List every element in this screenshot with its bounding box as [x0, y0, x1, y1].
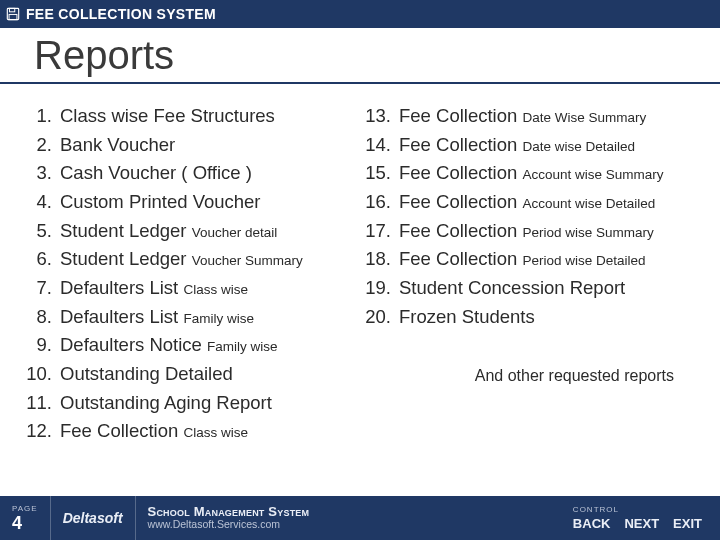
item-label: Fee Collection Class wise: [60, 417, 248, 446]
footer-brand: Deltasoft: [51, 496, 135, 540]
item-number: 17.: [361, 217, 391, 246]
svg-rect-2: [9, 14, 17, 19]
control-label: CONTROL: [573, 506, 702, 514]
list-item: 18.Fee Collection Period wise Detailed: [361, 245, 700, 274]
page-title: Reports: [34, 34, 686, 78]
item-number: 15.: [361, 159, 391, 188]
system-title: School Management System: [148, 505, 310, 519]
save-disk-icon: [6, 7, 20, 21]
other-reports-note: And other requested reports: [475, 367, 674, 385]
item-number: 3.: [22, 159, 52, 188]
item-label: Cash Voucher ( Office ): [60, 159, 252, 188]
item-number: 5.: [22, 217, 52, 246]
exit-button[interactable]: EXIT: [673, 516, 702, 531]
brand-name: Deltasoft: [63, 510, 123, 526]
top-bar: FEE COLLECTION SYSTEM: [0, 0, 720, 28]
list-item: 13.Fee Collection Date Wise Summary: [361, 102, 700, 131]
item-label: Student Concession Report: [399, 274, 625, 303]
page-label: PAGE: [12, 505, 38, 513]
item-number: 13.: [361, 102, 391, 131]
list-item: 20.Frozen Students: [361, 303, 700, 332]
report-list-right: 13.Fee Collection Date Wise Summary14.Fe…: [361, 102, 700, 331]
list-item: 19.Student Concession Report: [361, 274, 700, 303]
item-number: 20.: [361, 303, 391, 332]
list-item: 10.Outstanding Detailed: [22, 360, 361, 389]
right-column: 13.Fee Collection Date Wise Summary14.Fe…: [361, 102, 700, 496]
item-label: Fee Collection Account wise Summary: [399, 159, 663, 188]
title-area: Reports: [0, 28, 720, 84]
item-label: Fee Collection Period wise Detailed: [399, 245, 645, 274]
list-item: 4.Custom Printed Voucher: [22, 188, 361, 217]
list-item: 17.Fee Collection Period wise Summary: [361, 217, 700, 246]
list-item: 12.Fee Collection Class wise: [22, 417, 361, 446]
item-number: 8.: [22, 303, 52, 332]
page-number: 4: [12, 514, 38, 532]
list-item: 14.Fee Collection Date wise Detailed: [361, 131, 700, 160]
item-number: 14.: [361, 131, 391, 160]
list-item: 2.Bank Voucher: [22, 131, 361, 160]
footer-system: School Management System www.Deltasoft.S…: [136, 496, 322, 540]
list-item: 8.Defaulters List Family wise: [22, 303, 361, 332]
item-label: Defaulters List Class wise: [60, 274, 248, 303]
list-item: 9.Defaulters Notice Family wise: [22, 331, 361, 360]
item-label: Fee Collection Date wise Detailed: [399, 131, 635, 160]
item-number: 7.: [22, 274, 52, 303]
item-label: Student Ledger Voucher detail: [60, 217, 277, 246]
list-item: 15.Fee Collection Account wise Summary: [361, 159, 700, 188]
list-item: 16.Fee Collection Account wise Detailed: [361, 188, 700, 217]
item-number: 4.: [22, 188, 52, 217]
item-label: Class wise Fee Structures: [60, 102, 275, 131]
footer-page: PAGE 4: [0, 496, 50, 540]
list-item: 6.Student Ledger Voucher Summary: [22, 245, 361, 274]
item-number: 2.: [22, 131, 52, 160]
item-label: Fee Collection Date Wise Summary: [399, 102, 646, 131]
list-item: 11.Outstanding Aging Report: [22, 389, 361, 418]
app-title: FEE COLLECTION SYSTEM: [26, 6, 216, 22]
item-label: Outstanding Aging Report: [60, 389, 272, 418]
list-item: 3.Cash Voucher ( Office ): [22, 159, 361, 188]
item-number: 11.: [22, 389, 52, 418]
item-number: 18.: [361, 245, 391, 274]
footer-bar: PAGE 4 Deltasoft School Management Syste…: [0, 496, 720, 540]
footer-controls: CONTROL BACK NEXT EXIT: [561, 496, 720, 540]
item-label: Defaulters Notice Family wise: [60, 331, 278, 360]
list-item: 1.Class wise Fee Structures: [22, 102, 361, 131]
report-list-left: 1.Class wise Fee Structures2.Bank Vouche…: [22, 102, 361, 446]
list-item: 5.Student Ledger Voucher detail: [22, 217, 361, 246]
back-button[interactable]: BACK: [573, 516, 611, 531]
item-label: Fee Collection Account wise Detailed: [399, 188, 655, 217]
item-label: Frozen Students: [399, 303, 535, 332]
item-number: 1.: [22, 102, 52, 131]
item-label: Student Ledger Voucher Summary: [60, 245, 303, 274]
item-number: 12.: [22, 417, 52, 446]
list-item: 7.Defaulters List Class wise: [22, 274, 361, 303]
item-number: 10.: [22, 360, 52, 389]
item-label: Bank Voucher: [60, 131, 175, 160]
item-label: Outstanding Detailed: [60, 360, 233, 389]
left-column: 1.Class wise Fee Structures2.Bank Vouche…: [22, 102, 361, 496]
item-number: 6.: [22, 245, 52, 274]
item-number: 16.: [361, 188, 391, 217]
system-url: www.Deltasoft.Services.com: [148, 519, 310, 531]
next-button[interactable]: NEXT: [624, 516, 659, 531]
nav-buttons: BACK NEXT EXIT: [573, 516, 702, 531]
item-number: 9.: [22, 331, 52, 360]
item-number: 19.: [361, 274, 391, 303]
item-label: Fee Collection Period wise Summary: [399, 217, 654, 246]
content-body: 1.Class wise Fee Structures2.Bank Vouche…: [0, 84, 720, 496]
item-label: Custom Printed Voucher: [60, 188, 261, 217]
footer-spacer: [321, 496, 561, 540]
item-label: Defaulters List Family wise: [60, 303, 254, 332]
